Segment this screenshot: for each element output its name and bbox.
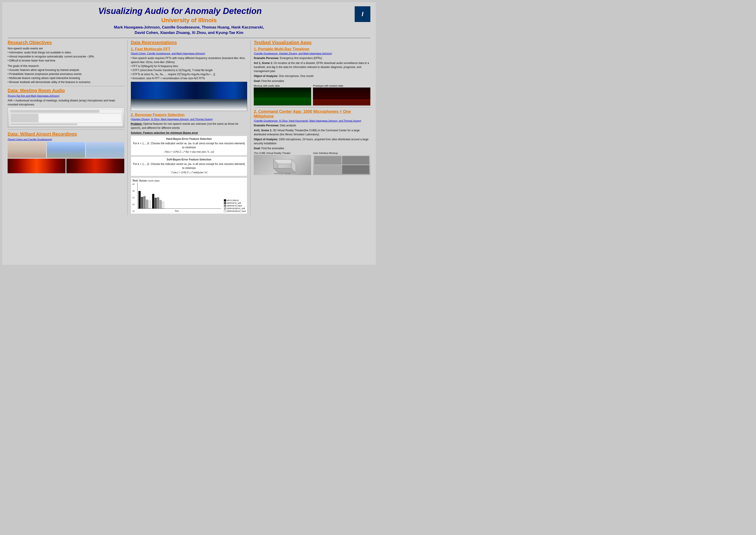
column-3: Testbed Visualization Apps 1. Portable M… [254, 40, 370, 176]
timeliner-heading: 1. Portable Multi-Day Timeliner [254, 47, 370, 51]
ui-cell-1 [314, 156, 341, 165]
timeliner-prototype-img [313, 88, 370, 105]
command-subauthors: (Camille Goudeseune, Xi Zhou, Hank Kaczm… [254, 119, 370, 122]
y-axis-labels: 35 30 25 20 15 [132, 183, 137, 212]
timeliner-images: Mockup with audio data Prototype with ra… [254, 84, 370, 105]
bar-derive26-soft [146, 200, 148, 209]
bar-mfcc [138, 191, 141, 209]
timeliner-green-lines [254, 98, 311, 105]
bar-mfcc-2 [152, 194, 154, 209]
meeting-body: AMI = Audiovisual recordings of meetings… [8, 99, 124, 107]
hard-bayes-title: Hard-Bayes-Error Feature Selection [132, 137, 246, 140]
research-bullet-3: Difficult to browse faster than real-tim… [8, 59, 124, 63]
command-goal-text: Find the anomalies [261, 147, 284, 150]
fft-bullet-1: FFT is O{Nlog₂N} for N frequency bins [131, 64, 247, 68]
column-2: Data Representations 1. Fast Multiscale … [131, 40, 247, 215]
legend-item-5: DERIVE26DAZ_hard [224, 210, 246, 212]
fft-bullet-3: STFTs at sizes N₁, N₂, N₃, … require O{T… [131, 72, 247, 76]
timeliner-red-lines [313, 99, 370, 105]
command-act1-label: Act1, Scene 1: [254, 129, 272, 132]
goal-3: Multiscale feature caching allows rapid … [8, 76, 124, 80]
soft-bayes-formula-box: Soft-Bayes-Error Feature Selection For k… [131, 156, 247, 176]
spectral-stripes-2 [67, 159, 124, 173]
y-label-20: 20 [132, 203, 137, 206]
soft-bayes-formula: ℱₛ(wₖ) = (1/N) Σᵢ₌₁ᴺ rank(yᵢ|wₖᵀxᵢ) [132, 171, 246, 174]
ui-bar-2 [10, 124, 77, 125]
fft-bullet-2: STFT (short-time Fourier transform) is O… [131, 68, 247, 72]
hard-bayes-formula: ℱ(wₖ) = (1/N) Σᵢ₌₁ᴺ δ(yᵢ ≠ arg max p(wₖᵀ… [132, 150, 246, 153]
problem-text: Optimal features for non-speech events a… [131, 122, 238, 129]
ui-sidebar [11, 114, 39, 122]
bayesian-subauthors: (Xiaodan Zhuang, Xi Zhou, Mark Hasegawa-… [131, 118, 247, 121]
soft-bayes-title: Soft-Bayes-Error Feature Selection [132, 158, 246, 161]
ui-grid [314, 156, 369, 174]
content-columns: Research Objectives Non-speech audio eve… [8, 40, 370, 215]
bar-derive78-hard [143, 196, 146, 209]
cube-label: The CUBE Virtual Reality Theater [254, 152, 311, 155]
airport-images-row1 [8, 142, 124, 158]
command-heading: 2. Command Center App: 1000 Microphones … [254, 109, 370, 119]
meeting-room-heading: Data: Meeting Room Audio [8, 88, 124, 93]
research-objectives-heading: Research Objectives [8, 40, 124, 45]
testbed-heading: Testbed Visualization Apps [254, 40, 370, 45]
legend-box-4 [224, 207, 226, 210]
fft-bullet-4: Innovation: size-N FFT = recombination o… [131, 76, 247, 80]
chart-area: 35 30 25 20 15 [132, 183, 246, 212]
legend-item-1: MFCC26DAZ [224, 199, 246, 202]
airport-equip-img [8, 142, 46, 158]
fft-heading: 1. Fast Multiscale FFT [131, 47, 247, 51]
dramatis-label: Dramatis Personae: [254, 57, 279, 60]
cube-svg: Illinois Simulator Laboratory [254, 155, 311, 175]
timeliner-object: Object of Analysis: One microphone, One … [254, 74, 370, 78]
goal-label: Goal: [254, 79, 261, 83]
airport-spectral-2 [67, 159, 124, 173]
command-object: Object of Analysis: 1000 microphones, 24… [254, 137, 370, 145]
col-sep-1 [127, 40, 128, 215]
object-text: One microphone, One month [279, 74, 313, 78]
problem-label: Problem: [131, 122, 143, 126]
chart-plot: 35 30 25 20 15 [132, 183, 221, 212]
hard-bayes-formula-box: Hard-Bayes-Error Feature Selection For k… [131, 136, 247, 155]
dramatis-text: Emergency first responders (EFRs) [280, 57, 322, 60]
bayesian-solution: Solution: Feature selection for minimum … [131, 131, 247, 135]
y-label-25: 25 [132, 197, 137, 199]
legend-item-4: DERIVE26DAZ_soft [224, 207, 246, 210]
ui-mockup-img [313, 155, 370, 175]
airport-heading: Data: Willard Airport Recordings [8, 131, 124, 137]
timeliner-goal: Goal: Find the anomalies [254, 79, 370, 83]
cube-3d-col: The CUBE Virtual Reality Theater Illinoi… [254, 152, 311, 175]
goal-text: Find the anomalies [261, 79, 284, 83]
timeliner-subauthors: (Camille Goudeseune, Xiaodan Zhuang, and… [254, 52, 370, 55]
data-representations-heading: Data Representations [131, 40, 247, 45]
fft-grid-lines [131, 82, 247, 111]
airport-images-row2 [8, 159, 124, 173]
sep-2 [8, 129, 124, 130]
chart-legend: MFCC26DAZ DERIVE78_soft DERIVE78_hard [224, 199, 246, 212]
legend-box-2 [224, 202, 226, 204]
meeting-subauthors: (Kyung-Tae Kim and Mark Hasegawa-Johnson… [8, 95, 124, 97]
sep-1 [8, 86, 124, 86]
bars-area [137, 183, 221, 209]
timeliner-mockup-img [254, 88, 311, 105]
header: I Visualizing Audio for Anomaly Detectio… [8, 6, 370, 36]
ui-content [39, 114, 121, 122]
y-label-15: 15 [132, 210, 137, 212]
legend-box-1 [224, 199, 226, 202]
fft-bullets: Non-speech audio requires FFTs with many… [131, 56, 247, 80]
bar-group-1 [138, 191, 150, 209]
legend-label-2: DERIVE78_soft [227, 202, 241, 204]
goal-4: Browser testbeds will demonstrate utilit… [8, 80, 124, 84]
goal-1: Acoustic features allow signal browsing … [8, 68, 124, 72]
header-divider [8, 38, 370, 38]
y-label-35: 35 [132, 183, 137, 185]
research-bullet-1: Informative: audio finds things not avai… [8, 50, 124, 55]
ui-cell-4 [342, 165, 369, 174]
command-dramatis-text: Data analysts [280, 124, 296, 127]
ui-bar-1 [10, 110, 99, 113]
authors-line2: David Cohen, Xiaodan Zhuang, Xi Zhou, an… [8, 30, 370, 36]
room-data-label: room data [148, 179, 159, 182]
ui-cell-2 [342, 156, 369, 165]
research-bullets-list: Informative: audio finds things not avai… [8, 50, 124, 63]
meeting-ui-mock [9, 109, 123, 126]
chart-title: Test: Accur room data [132, 179, 246, 182]
